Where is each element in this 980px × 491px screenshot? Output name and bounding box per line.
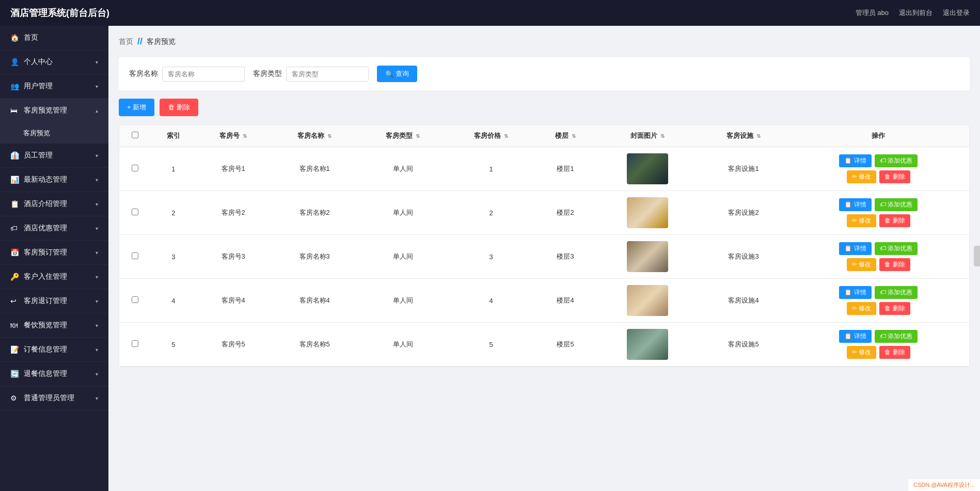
th-room-name[interactable]: 客房名称 ⇅ (271, 125, 359, 147)
sidebar-label-coupon: 酒店优惠管理 (24, 224, 67, 233)
cell-index: 2 (151, 191, 196, 235)
detail-button[interactable]: 📋 详情 (839, 286, 871, 299)
cell-room-name: 客房名称3 (271, 235, 359, 279)
sidebar-sub-label-room-preview: 客房预览 (23, 129, 50, 137)
sidebar-item-refund[interactable]: 🔄 退餐信息管理 ▾ (0, 362, 108, 386)
staff-icon: 👔 (10, 151, 19, 160)
cell-cover-img (595, 191, 699, 235)
sidebar-item-hotel-coupon[interactable]: 🏷 酒店优惠管理 ▾ (0, 216, 108, 241)
cell-facilities: 客房设施1 (699, 147, 787, 191)
cell-cover-img (595, 323, 699, 367)
add-coupon-button[interactable]: 🏷 添加优惠 (875, 286, 918, 299)
cell-room-price: 4 (447, 279, 535, 323)
edit-button[interactable]: ✏ 修改 (847, 214, 876, 227)
edit-button[interactable]: ✏ 修改 (847, 346, 876, 359)
row-checkbox[interactable] (132, 340, 138, 347)
cell-checkbox[interactable] (119, 147, 151, 191)
cell-checkbox[interactable] (119, 279, 151, 323)
th-room-no[interactable]: 客房号 ⇅ (196, 125, 271, 147)
delete-row-button[interactable]: 🗑 删除 (879, 258, 910, 271)
select-all-checkbox[interactable] (132, 132, 138, 138)
row-checkbox[interactable] (132, 296, 138, 303)
cell-room-no: 客房号1 (196, 147, 271, 191)
cell-room-type: 单人间 (359, 147, 447, 191)
cell-operations: 📋 详情 🏷 添加优惠 ✏ 修改 🗑 删除 (788, 191, 969, 235)
th-facilities[interactable]: 客房设施 ⇅ (699, 125, 787, 147)
sidebar: 🏠 首页 👤 个人中心 ▾ 👥 用户管理 ▾ 🛏 客房预览管理 (0, 26, 108, 491)
chevron-up-icon-room: ▴ (96, 108, 98, 114)
th-operations: 操作 (788, 125, 969, 147)
delete-row-button[interactable]: 🗑 删除 (879, 214, 910, 227)
sidebar-item-dining[interactable]: 🍽 餐饮预览管理 ▾ (0, 313, 108, 338)
sidebar-item-news-mgmt[interactable]: 📊 最新动态管理 ▾ (0, 168, 108, 192)
sidebar-item-room-cancel[interactable]: ↩ 客房退订管理 ▾ (0, 289, 108, 313)
detail-button[interactable]: 📋 详情 (839, 198, 871, 211)
cell-checkbox[interactable] (119, 323, 151, 367)
cell-checkbox[interactable] (119, 235, 151, 279)
th-cover-img[interactable]: 封面图片 ⇅ (595, 125, 699, 147)
room-image (627, 329, 668, 360)
breadcrumb-home[interactable]: 首页 (119, 37, 133, 46)
row-checkbox[interactable] (132, 165, 138, 171)
cell-room-no: 客房号5 (196, 323, 271, 367)
th-index: 索引 (151, 125, 196, 147)
room-image (627, 285, 668, 316)
top-nav-right: 管理员 abo 退出到前台 退出登录 (856, 8, 970, 18)
cell-floor: 楼层5 (535, 323, 596, 367)
sidebar-item-staff-mgmt[interactable]: 👔 员工管理 ▾ (0, 144, 108, 168)
cell-room-name: 客房名称2 (271, 191, 359, 235)
action-row-bottom: ✏ 修改 🗑 删除 (847, 302, 910, 315)
th-room-type[interactable]: 客房类型 ⇅ (359, 125, 447, 147)
row-checkbox[interactable] (132, 252, 138, 259)
sidebar-item-user-mgmt[interactable]: 👥 用户管理 ▾ (0, 74, 108, 99)
row-checkbox[interactable] (132, 209, 138, 215)
layout: 🏠 首页 👤 个人中心 ▾ 👥 用户管理 ▾ 🛏 客房预览管理 (0, 26, 980, 491)
cell-room-price: 1 (447, 147, 535, 191)
room-name-label: 客房名称 (129, 69, 158, 78)
action-buttons: 📋 详情 🏷 添加优惠 ✏ 修改 🗑 删除 (792, 198, 965, 227)
cell-room-name: 客房名称5 (271, 323, 359, 367)
detail-button[interactable]: 📋 详情 (839, 242, 871, 255)
sort-icon-room-name: ⇅ (327, 133, 331, 139)
sidebar-item-room-booking[interactable]: 📅 客房预订管理 ▾ (0, 241, 108, 265)
th-floor[interactable]: 楼层 ⇅ (535, 125, 596, 147)
sidebar-label-cancel: 客房退订管理 (24, 296, 67, 306)
add-button[interactable]: + 新增 (119, 99, 154, 116)
th-room-price[interactable]: 客房价格 ⇅ (447, 125, 535, 147)
detail-button[interactable]: 📋 详情 (839, 154, 871, 167)
bulk-delete-button[interactable]: 🗑 删除 (160, 99, 198, 116)
detail-button[interactable]: 📋 详情 (839, 330, 871, 343)
cell-floor: 楼层3 (535, 235, 596, 279)
sidebar-item-general-admin[interactable]: ⚙ 普通管理员管理 ▾ (0, 386, 108, 410)
add-coupon-button[interactable]: 🏷 添加优惠 (875, 330, 918, 343)
sidebar-sub-item-room-preview[interactable]: 客房预览 (0, 123, 108, 144)
edit-button[interactable]: ✏ 修改 (847, 170, 876, 183)
room-type-input[interactable] (286, 67, 369, 82)
table-row: 1 客房号1 客房名称1 单人间 1 楼层1 客房设施1 📋 详情 🏷 添加优惠… (119, 147, 969, 191)
add-coupon-button[interactable]: 🏷 添加优惠 (875, 198, 918, 211)
logout-btn[interactable]: 退出登录 (943, 8, 970, 18)
sidebar-item-room-preview-mgmt[interactable]: 🛏 客房预览管理 ▴ (0, 99, 108, 123)
trash-icon: 🗑 (168, 103, 175, 111)
right-handle[interactable] (974, 246, 980, 266)
edit-button[interactable]: ✏ 修改 (847, 258, 876, 271)
delete-row-button[interactable]: 🗑 删除 (879, 346, 910, 359)
sidebar-item-home[interactable]: 🏠 首页 (0, 26, 108, 50)
edit-button[interactable]: ✏ 修改 (847, 302, 876, 315)
sidebar-item-hotel-intro[interactable]: 📋 酒店介绍管理 ▾ (0, 192, 108, 216)
watermark: CSDN @AVA程序设计... (908, 479, 980, 491)
query-button[interactable]: 🔍 查询 (377, 66, 417, 82)
sidebar-item-personal[interactable]: 👤 个人中心 ▾ (0, 50, 108, 74)
sidebar-label-personal: 个人中心 (24, 57, 53, 67)
delete-row-button[interactable]: 🗑 删除 (879, 170, 910, 183)
cell-checkbox[interactable] (119, 191, 151, 235)
add-coupon-button[interactable]: 🏷 添加优惠 (875, 242, 918, 255)
goto-front-btn[interactable]: 退出到前台 (899, 8, 932, 18)
sidebar-label-checkin: 客户入住管理 (24, 272, 67, 281)
sidebar-item-order[interactable]: 📝 订餐信息管理 ▾ (0, 338, 108, 362)
room-name-input[interactable] (162, 67, 245, 82)
add-coupon-button[interactable]: 🏷 添加优惠 (875, 154, 918, 167)
sidebar-item-checkin[interactable]: 🔑 客户入住管理 ▾ (0, 265, 108, 289)
admin-label: 管理员 abo (856, 8, 889, 18)
delete-row-button[interactable]: 🗑 删除 (879, 302, 910, 315)
